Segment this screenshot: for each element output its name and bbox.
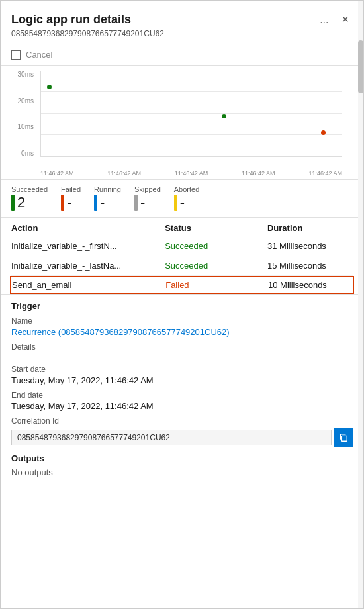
y-label-10: 10ms [17, 123, 36, 130]
cancel-checkbox[interactable] [11, 50, 21, 60]
cell-action-2: Initialize_variable_-_lastNa... [11, 261, 165, 271]
table-row[interactable]: Initialize_variable_-_lastNa... Succeede… [11, 256, 353, 276]
count-skipped: - [140, 195, 145, 210]
cell-duration-1: 31 Milliseconds [267, 241, 353, 251]
cancel-label: Cancel [26, 50, 52, 60]
correlation-row [11, 428, 353, 447]
panel: Logic app run details ... × 085854879368… [0, 0, 364, 609]
trigger-title: Trigger [11, 301, 353, 311]
trigger-name-label: Name [11, 316, 353, 326]
col-header-duration: Duration [267, 223, 353, 233]
chart-plot [40, 71, 342, 157]
grid-line-30 [41, 91, 342, 92]
copy-icon [339, 433, 348, 442]
start-date-label: Start date [11, 365, 353, 374]
outputs-section: Outputs No outputs [1, 447, 363, 488]
count-failed: - [67, 195, 71, 210]
x-label-5: 11:46:42 AM [308, 170, 342, 177]
badge-failed: Failed - [61, 185, 81, 211]
cell-duration-2: 15 Milliseconds [267, 261, 353, 271]
table-row-failed[interactable]: Send_an_email Failed 10 Milliseconds [10, 276, 354, 294]
bar-aborted [174, 195, 177, 211]
cell-status-2: Succeeded [165, 261, 267, 271]
chart-dot-1 [47, 85, 52, 89]
chart-section: 30ms 20ms 10ms 0ms 11:46:42 AM 11:46:42 … [1, 66, 363, 180]
start-date-value: Tuesday, May 17, 2022, 11:46:42 AM [11, 375, 353, 385]
bar-skipped [134, 195, 138, 211]
y-label-0: 0ms [17, 150, 36, 157]
header: Logic app run details ... × 085854879368… [1, 1, 363, 44]
panel-title: Logic app run details [11, 13, 131, 26]
badge-skipped: Skipped - [134, 185, 161, 211]
grid-line-10 [41, 134, 342, 135]
count-running: - [100, 195, 105, 210]
grid-line-20 [41, 113, 342, 114]
cell-status-1: Succeeded [165, 241, 267, 251]
count-aborted: - [180, 195, 185, 210]
badge-running-label: Running [94, 185, 121, 193]
chart-dot-2 [222, 114, 226, 118]
cell-duration-3: 10 Milliseconds [268, 280, 353, 290]
trigger-name-value[interactable]: Recurrence (0858548793682979087665777492… [11, 327, 230, 337]
trigger-details-label: Details [11, 342, 353, 351]
chart-area: 30ms 20ms 10ms 0ms 11:46:42 AM 11:46:42 … [17, 71, 347, 177]
outputs-title: Outputs [11, 453, 353, 463]
end-date-value: Tuesday, May 17, 2022, 11:46:42 AM [11, 401, 353, 411]
no-outputs-text: No outputs [11, 467, 353, 477]
badge-succeeded: Succeeded 2 [11, 185, 48, 211]
scrollbar-track[interactable] [358, 1, 363, 608]
correlation-label: Correlation Id [11, 416, 353, 426]
x-label-4: 11:46:42 AM [242, 170, 275, 177]
svg-rect-0 [341, 436, 347, 441]
chart-y-labels: 30ms 20ms 10ms 0ms [17, 71, 36, 157]
x-label-1: 11:46:42 AM [40, 170, 74, 177]
table-row[interactable]: Initialize_variable_-_firstN... Succeede… [11, 236, 353, 256]
run-id: 085854879368297908766577749201CU62 [11, 29, 353, 38]
cell-action-1: Initialize_variable_-_firstN... [11, 241, 165, 251]
col-header-status: Status [165, 223, 267, 233]
scrollbar-thumb[interactable] [358, 40, 363, 93]
table-header: Action Status Duration [11, 218, 353, 236]
cell-status-3: Failed [165, 280, 268, 290]
x-label-3: 11:46:42 AM [175, 170, 208, 177]
header-actions: ... × [316, 11, 353, 28]
end-date-label: End date [11, 391, 353, 400]
cell-action-3: Send_an_email [12, 280, 165, 290]
cancel-row: Cancel [1, 44, 363, 66]
bar-running [94, 195, 97, 211]
bar-succeeded [11, 195, 15, 211]
count-succeeded: 2 [17, 195, 25, 210]
badge-failed-label: Failed [61, 185, 81, 193]
bar-failed [61, 195, 64, 211]
badge-succeeded-label: Succeeded [11, 185, 48, 193]
col-header-action: Action [11, 223, 165, 233]
badge-running: Running - [94, 185, 121, 211]
chart-dot-3 [321, 130, 326, 135]
badge-skipped-label: Skipped [134, 185, 161, 193]
chart-x-labels: 11:46:42 AM 11:46:42 AM 11:46:42 AM 11:4… [40, 170, 342, 177]
y-label-20: 20ms [17, 97, 36, 105]
status-badges: Succeeded 2 Failed - Running - Skipped [1, 180, 363, 218]
badge-aborted: Aborted - [174, 185, 200, 211]
table-section: Action Status Duration Initialize_variab… [1, 218, 363, 295]
badge-aborted-label: Aborted [174, 185, 200, 193]
correlation-input[interactable] [11, 430, 332, 445]
x-label-2: 11:46:42 AM [107, 170, 141, 177]
y-label-30: 30ms [17, 71, 36, 78]
close-button[interactable]: × [338, 11, 353, 28]
details-section: Start date Tuesday, May 17, 2022, 11:46:… [1, 353, 363, 447]
ellipsis-button[interactable]: ... [316, 13, 332, 27]
trigger-section: Trigger Name Recurrence (085854879368297… [1, 295, 363, 351]
copy-button[interactable] [334, 428, 353, 447]
